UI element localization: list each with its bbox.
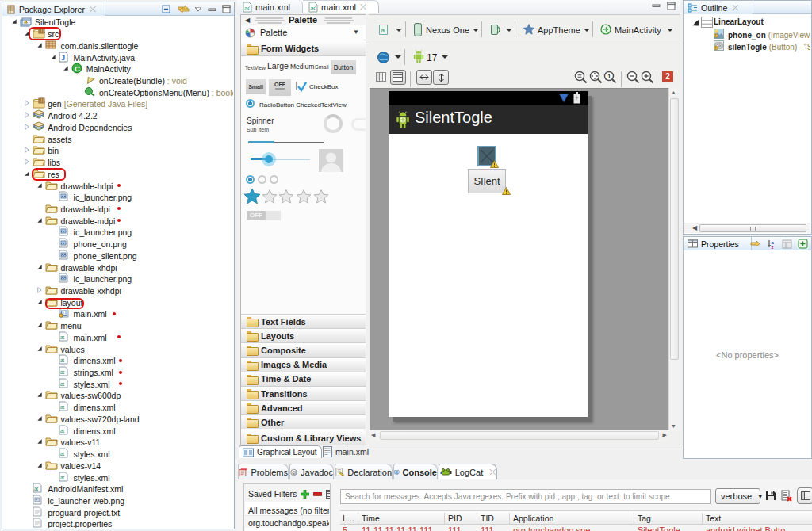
svg-text:J: J [61, 54, 65, 62]
svg-text:@: @ [292, 470, 297, 475]
svg-text:1: 1 [607, 73, 611, 80]
svg-text:a: a [310, 5, 314, 12]
svg-text:C: C [75, 64, 80, 73]
svg-text:a: a [381, 27, 385, 34]
svg-text:a: a [244, 4, 248, 11]
svg-text:z: z [772, 244, 774, 249]
